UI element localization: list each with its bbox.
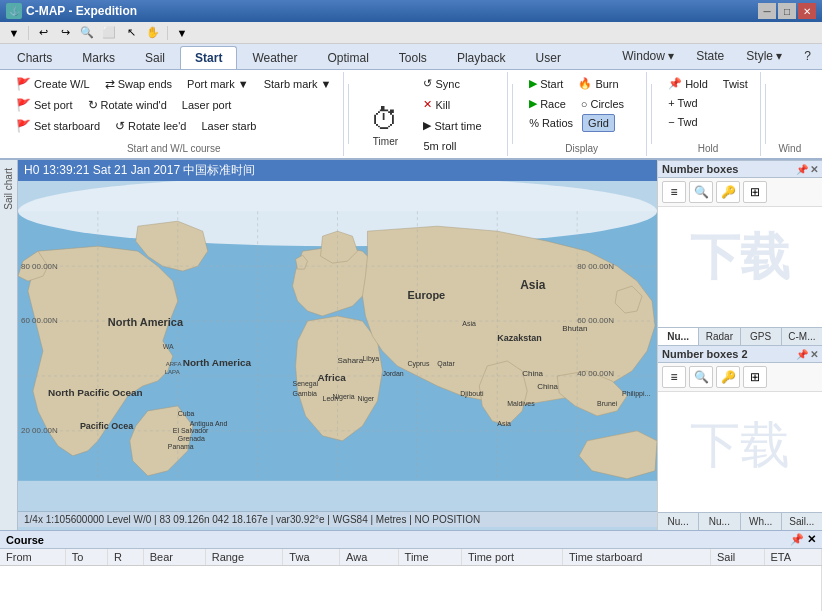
- tab-user[interactable]: User: [521, 46, 576, 69]
- panel-list-button-2[interactable]: ≡: [662, 366, 686, 388]
- tab-sail[interactable]: Sail: [130, 46, 180, 69]
- minimize-button[interactable]: ─: [758, 3, 776, 19]
- maximize-button[interactable]: □: [778, 3, 796, 19]
- svg-text:Asia: Asia: [520, 278, 546, 292]
- panel-pin-icon-2[interactable]: 📌: [796, 349, 808, 360]
- panel-tab-radar[interactable]: Radar: [699, 328, 740, 345]
- panel-list-button[interactable]: ≡: [662, 181, 686, 203]
- panel-grid-button[interactable]: ⊞: [743, 181, 767, 203]
- ribbon-group-timer: ⏱ Timer ↺ Sync ✕ Kill ▶ Start time 5m ro…: [353, 72, 508, 156]
- panel-toolbar-2: ≡ 🔍 🔑 ⊞: [658, 363, 822, 392]
- ribbon-sep-3: [651, 84, 652, 144]
- svg-text:Maldives: Maldives: [507, 400, 535, 407]
- panel-search-button-2[interactable]: 🔍: [689, 366, 713, 388]
- circles-button[interactable]: ○ Circles: [575, 95, 630, 113]
- burn-button[interactable]: 🔥 Burn: [572, 74, 624, 93]
- hold-button[interactable]: 📌 Hold: [662, 74, 714, 93]
- grid-button[interactable]: Grid: [582, 114, 615, 132]
- panel-close-icon-2[interactable]: ✕: [810, 349, 818, 360]
- map-canvas[interactable]: North America North America North Pacifi…: [18, 181, 657, 511]
- rotate-windd-button[interactable]: ↻ Rotate wind'd: [82, 95, 173, 115]
- map-status: 1/4x 1:105600000 Level W/0 | 83 09.126n …: [18, 511, 657, 527]
- col-awa: Awa: [340, 549, 398, 566]
- qt-hand-button[interactable]: ✋: [143, 24, 163, 42]
- race-start-button[interactable]: ▶ Start: [523, 74, 569, 93]
- main-area: Sail chart H0 13:39:21 Sat 21 Jan 2017 中…: [0, 160, 822, 530]
- ribbon-sep-1: [348, 84, 349, 144]
- course-title: Course: [6, 534, 44, 546]
- qt-undo-button[interactable]: ↩: [33, 24, 53, 42]
- tab-weather[interactable]: Weather: [237, 46, 312, 69]
- port-mark-button[interactable]: Port mark ▼: [181, 75, 255, 93]
- twist-button[interactable]: Twist: [717, 75, 754, 93]
- race-icon: ▶: [529, 97, 537, 110]
- swap-ends-button[interactable]: ⇄ Swap ends: [99, 74, 178, 94]
- panel-search-button[interactable]: 🔍: [689, 181, 713, 203]
- kill-button[interactable]: ✕ Kill: [417, 95, 501, 114]
- panel-tab-gps[interactable]: GPS: [741, 328, 782, 345]
- tab-tools[interactable]: Tools: [384, 46, 442, 69]
- panel-tab-nu2[interactable]: Nu...: [658, 513, 699, 530]
- map-container[interactable]: H0 13:39:21 Sat 21 Jan 2017 中国标准时间: [18, 160, 657, 530]
- twd-plus-button[interactable]: + Twd: [662, 94, 703, 112]
- panel-key-button-2[interactable]: 🔑: [716, 366, 740, 388]
- ratios-button[interactable]: % Ratios: [523, 114, 579, 132]
- timer-icon: ⏱: [371, 103, 399, 136]
- state-menu[interactable]: State: [687, 46, 733, 66]
- qt-redo-button[interactable]: ↪: [55, 24, 75, 42]
- twd-minus-button[interactable]: − Twd: [662, 113, 703, 131]
- qt-menu-button[interactable]: ▼: [4, 24, 24, 42]
- qt-zoom-button[interactable]: 🔍: [77, 24, 97, 42]
- tab-marks[interactable]: Marks: [67, 46, 130, 69]
- tab-optimal[interactable]: Optimal: [313, 46, 384, 69]
- panel-close-icon-1[interactable]: ✕: [810, 164, 818, 175]
- starb-mark-button[interactable]: Starb mark ▼: [258, 75, 338, 93]
- tab-charts[interactable]: Charts: [2, 46, 67, 69]
- set-port-button[interactable]: 🚩 Set port: [10, 95, 79, 115]
- timer-button[interactable]: ⏱ Timer: [359, 89, 411, 161]
- qt-more-button[interactable]: ▼: [172, 24, 192, 42]
- panel-tab-cm[interactable]: C-M...: [782, 328, 822, 345]
- panel-tabs-2: Nu... Nu... Wh... Sail...: [658, 512, 822, 530]
- laser-port-button[interactable]: Laser port: [176, 96, 238, 114]
- panel-tab-nu3[interactable]: Nu...: [699, 513, 740, 530]
- course-pin-icon[interactable]: 📌: [790, 533, 804, 546]
- panel-pin-icon-1[interactable]: 📌: [796, 164, 808, 175]
- course-close-icon[interactable]: ✕: [807, 533, 816, 546]
- ribbon-sep-4: [765, 84, 766, 144]
- panel-tab-nu1[interactable]: Nu...: [658, 328, 699, 345]
- create-wl-button[interactable]: 🚩 Create W/L: [10, 74, 96, 94]
- panel-grid-button-2[interactable]: ⊞: [743, 366, 767, 388]
- panel-header-btns-1: 📌 ✕: [796, 164, 818, 175]
- ribbon-row-3: 🚩 Set starboard ↺ Rotate lee'd Laser sta…: [10, 116, 262, 136]
- set-port-icon: 🚩: [16, 98, 31, 112]
- close-button[interactable]: ✕: [798, 3, 816, 19]
- col-r: R: [107, 549, 143, 566]
- svg-text:Bhutan: Bhutan: [562, 324, 587, 333]
- col-eta: ETA: [764, 549, 821, 566]
- start-time-button[interactable]: ▶ Start time: [417, 116, 501, 135]
- race-button[interactable]: ▶ Race: [523, 94, 572, 113]
- col-sail: Sail: [710, 549, 764, 566]
- qt-cursor-button[interactable]: ↖: [121, 24, 141, 42]
- set-starboard-button[interactable]: 🚩 Set starboard: [10, 116, 106, 136]
- panel-tab-wh[interactable]: Wh...: [741, 513, 782, 530]
- ribbon-row-1: 🚩 Create W/L ⇄ Swap ends Port mark ▼ Sta…: [10, 74, 337, 94]
- course-empty-row: [0, 566, 822, 612]
- panel-watermark-1: 下载: [658, 207, 822, 287]
- 5m-roll-button[interactable]: 5m roll: [417, 137, 501, 155]
- tab-start[interactable]: Start: [180, 46, 237, 69]
- help-button[interactable]: ?: [795, 46, 820, 66]
- number-boxes-title-1: Number boxes: [662, 163, 738, 175]
- sidebar-label[interactable]: Sail chart: [1, 164, 16, 214]
- laser-starb-button[interactable]: Laser starb: [195, 117, 262, 135]
- qt-select-button[interactable]: ⬜: [99, 24, 119, 42]
- tab-playback[interactable]: Playback: [442, 46, 521, 69]
- sync-button[interactable]: ↺ Sync: [417, 74, 501, 93]
- panel-key-button[interactable]: 🔑: [716, 181, 740, 203]
- rotate-leed-button[interactable]: ↺ Rotate lee'd: [109, 116, 192, 136]
- panel-tab-sail[interactable]: Sail...: [782, 513, 822, 530]
- col-to: To: [65, 549, 107, 566]
- window-menu[interactable]: Window ▾: [613, 46, 683, 66]
- style-menu[interactable]: Style ▾: [737, 46, 791, 66]
